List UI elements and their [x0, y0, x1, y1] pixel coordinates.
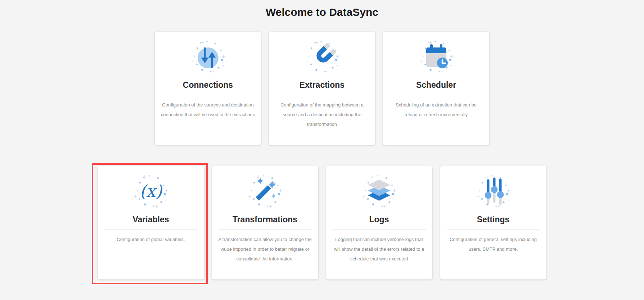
card-title: Extractions	[269, 80, 375, 90]
divider	[104, 229, 198, 230]
card-title: Transformations	[212, 214, 318, 224]
card-icon-wrap	[212, 173, 318, 209]
card-variables[interactable]: (x) Variables Configuration of global va…	[98, 166, 204, 279]
magnet-icon	[304, 39, 340, 75]
divider	[447, 229, 540, 230]
card-icon-wrap	[155, 39, 261, 75]
card-icon-wrap	[440, 173, 546, 209]
card-icon-wrap: (x)	[98, 173, 204, 209]
card-icon-wrap	[326, 173, 432, 209]
calendar-clock-icon	[418, 39, 454, 75]
card-description: Scheduling of an extraction that can be …	[383, 100, 489, 119]
card-title: Variables	[98, 214, 204, 224]
function-x-icon: (x)	[133, 173, 169, 209]
sync-arrows-icon	[190, 39, 226, 75]
card-transformations[interactable]: Transformations A transformation can all…	[212, 166, 318, 279]
divider	[275, 95, 369, 95]
card-description: A transformation can allow you to change…	[212, 235, 318, 264]
card-description: Configuration of the mapping between a s…	[269, 100, 375, 129]
card-title: Logs	[326, 214, 432, 224]
card-row-1: Connections Configuration of the sources…	[0, 32, 644, 145]
card-scheduler[interactable]: Scheduler Scheduling of an extraction th…	[383, 32, 489, 145]
card-logs[interactable]: Logs Logging that can include verbose lo…	[326, 166, 432, 279]
page-title: Welcome to DataSync	[0, 0, 644, 19]
card-description: Logging that can include verbose logs th…	[326, 235, 432, 264]
layers-icon	[361, 173, 397, 209]
card-connections[interactable]: Connections Configuration of the sources…	[155, 32, 261, 145]
card-description: Configuration of global variables.	[98, 235, 204, 244]
card-settings[interactable]: Settings Configuration of general settin…	[440, 166, 546, 279]
card-icon-wrap	[383, 39, 489, 75]
card-title: Scheduler	[383, 80, 489, 90]
divider	[219, 229, 312, 230]
sliders-icon	[475, 173, 511, 209]
card-extractions[interactable]: Extractions Configuration of the mapping…	[269, 32, 375, 145]
card-title: Settings	[440, 214, 546, 224]
divider	[161, 95, 255, 95]
svg-text:(x): (x)	[140, 181, 163, 201]
divider	[389, 95, 483, 95]
card-description: Configuration of the sources and destina…	[155, 100, 261, 119]
card-icon-wrap	[269, 39, 375, 75]
datasync-home-page: Welcome to DataSync Connections Configur…	[0, 0, 644, 300]
divider	[333, 229, 426, 230]
magic-wand-icon	[247, 173, 283, 209]
card-description: Configuration of general settings includ…	[440, 235, 546, 254]
card-title: Connections	[155, 80, 261, 90]
card-row-2: (x) Variables Configuration of global va…	[0, 166, 644, 279]
